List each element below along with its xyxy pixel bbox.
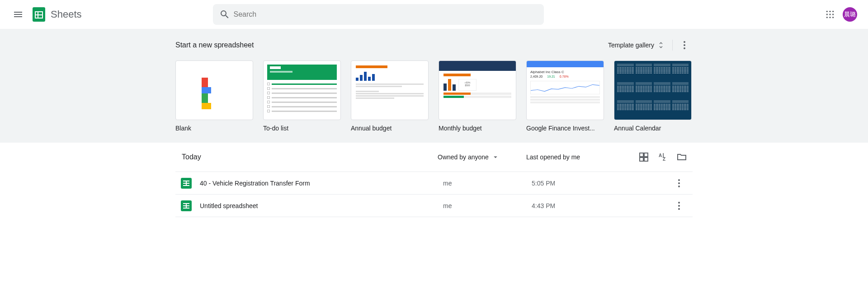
apps-grid-icon	[826, 10, 835, 19]
document-time: 4:43 PM	[532, 202, 649, 209]
template-gallery-label: Template gallery	[608, 42, 654, 49]
google-apps-button[interactable]	[821, 5, 839, 23]
more-vert-icon	[674, 178, 684, 189]
menu-icon	[13, 9, 24, 20]
separator	[672, 40, 673, 51]
template-strip-title: Start a new spreadsheet	[175, 41, 254, 49]
more-vert-icon	[679, 40, 690, 51]
preview-text: 2,409.20	[530, 75, 542, 78]
svg-point-20	[678, 186, 680, 187]
account-avatar[interactable]: 晨璐	[843, 7, 857, 22]
search-container	[213, 4, 544, 25]
template-gallery-strip: Start a new spreadsheet Template gallery…	[0, 29, 868, 143]
document-list-header: Today Owned by anyone Last opened by me …	[175, 143, 693, 172]
template-annual-budget[interactable]: Annual budget	[351, 60, 429, 132]
preview-text: 19.21	[547, 75, 555, 78]
svg-point-23	[678, 208, 680, 210]
template-label: To-do list	[263, 125, 341, 132]
open-file-picker-button[interactable]	[676, 152, 687, 162]
svg-point-10	[826, 17, 828, 18]
template-label: Blank	[175, 125, 253, 132]
template-label: Annual budget	[351, 125, 429, 132]
sort-label[interactable]: Last opened by me	[526, 153, 630, 161]
grid-view-button[interactable]	[638, 152, 649, 162]
svg-point-21	[678, 202, 680, 204]
template-thumb: Alphabet Inc Class C 2,409.20 19.21 0.78…	[526, 60, 604, 120]
document-name: Untitled spreadsheet	[200, 202, 443, 209]
svg-point-9	[832, 14, 834, 15]
sort-az-icon: AZ	[657, 152, 668, 162]
section-title: Today	[175, 153, 438, 161]
template-thumb	[263, 60, 341, 120]
header-bar: Sheets 晨璐	[0, 0, 868, 29]
svg-text:A: A	[659, 153, 662, 158]
document-owner: me	[443, 180, 532, 187]
document-row[interactable]: 40 - Vehicle Registration Transfer Formm…	[175, 172, 693, 195]
document-owner: me	[443, 202, 532, 209]
template-thumb: +50%$500	[439, 60, 516, 120]
owner-filter-dropdown[interactable]: Owned by anyone	[438, 153, 526, 161]
svg-point-14	[684, 44, 685, 46]
dropdown-icon	[491, 153, 500, 161]
search-input[interactable]	[234, 10, 541, 19]
app-title: Sheets	[51, 9, 82, 20]
template-label: Monthly budget	[439, 125, 516, 132]
app-logo[interactable]: Sheets	[31, 6, 82, 23]
template-gallery-button[interactable]: Template gallery	[604, 38, 669, 52]
template-thumb	[351, 60, 429, 120]
sheets-logo-icon	[31, 6, 47, 23]
folder-icon	[676, 152, 687, 162]
document-name: 40 - Vehicle Registration Transfer Form	[200, 180, 443, 187]
template-monthly-budget[interactable]: +50%$500 Monthly budget	[439, 60, 516, 132]
document-row[interactable]: Untitled spreadsheetme4:43 PM	[175, 195, 693, 217]
template-label: Annual Calendar	[614, 125, 692, 132]
plus-icon	[202, 78, 227, 103]
preview-text: 0.78%	[560, 75, 569, 78]
svg-point-11	[829, 17, 830, 18]
more-vert-icon	[674, 200, 684, 211]
search-icon[interactable]	[216, 5, 234, 23]
svg-point-7	[826, 14, 828, 15]
sheets-file-icon	[181, 178, 192, 189]
document-more-button[interactable]	[671, 198, 687, 214]
svg-point-12	[832, 17, 834, 18]
svg-point-22	[678, 205, 680, 207]
document-list-area: Today Owned by anyone Last opened by me …	[175, 143, 693, 217]
sheets-file-icon	[181, 200, 192, 211]
svg-point-8	[829, 14, 830, 15]
template-row: Blank To-do list	[175, 60, 693, 132]
unfold-icon	[657, 41, 665, 49]
template-thumb	[175, 60, 253, 120]
svg-point-13	[684, 41, 685, 43]
template-annual-calendar[interactable]: Annual Calendar	[614, 60, 692, 132]
svg-point-18	[678, 179, 680, 181]
template-blank[interactable]: Blank	[175, 60, 253, 132]
document-time: 5:05 PM	[532, 180, 649, 187]
template-strip-header: Start a new spreadsheet Template gallery	[175, 36, 693, 54]
template-more-button[interactable]	[676, 37, 693, 53]
main-menu-button[interactable]	[7, 4, 29, 25]
svg-point-15	[684, 47, 685, 49]
owner-filter-label: Owned by anyone	[438, 153, 489, 161]
template-todo-list[interactable]: To-do list	[263, 60, 341, 132]
svg-point-4	[826, 10, 828, 12]
preview-text: $500	[461, 84, 474, 87]
template-label: Google Finance Invest...	[526, 125, 604, 132]
template-google-finance[interactable]: Alphabet Inc Class C 2,409.20 19.21 0.78…	[526, 60, 604, 132]
grid-view-icon	[638, 152, 649, 162]
preview-text: Alphabet Inc Class C	[530, 70, 600, 74]
search-bar[interactable]	[213, 4, 544, 25]
template-thumb	[614, 60, 692, 120]
document-more-button[interactable]	[671, 175, 687, 191]
sort-options-button[interactable]: AZ	[657, 152, 668, 162]
svg-point-5	[829, 10, 830, 12]
svg-point-6	[832, 10, 834, 12]
svg-point-19	[678, 182, 680, 184]
